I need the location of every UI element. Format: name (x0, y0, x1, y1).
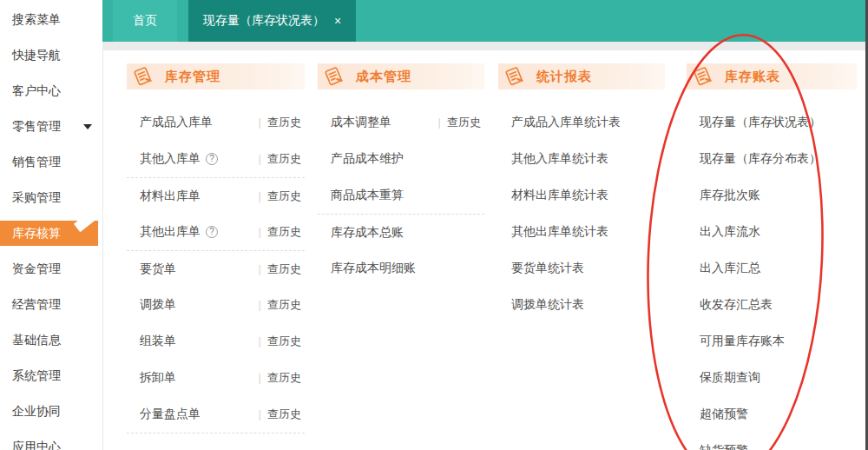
view-history-link[interactable]: |查历史 (259, 370, 301, 386)
sidebar-item[interactable]: 应用中心 (0, 429, 102, 450)
sidebar-item-label: 搜索菜单 (12, 12, 61, 28)
menu-item-label: 保质期查询 (700, 370, 760, 386)
menu-item[interactable]: 现存量（库存状况表） (687, 104, 857, 141)
tab-home[interactable]: 首页 (113, 0, 177, 42)
sidebar-item-label: 快捷导航 (12, 48, 61, 63)
sidebar-item-label: 资金管理 (12, 261, 61, 277)
menu-item[interactable]: 缺货预警 (687, 433, 857, 450)
view-history-link[interactable]: |查历史 (259, 115, 301, 130)
section-header: 成本管理 (318, 63, 484, 89)
menu-item[interactable]: 其他入库单统计表 (498, 141, 665, 177)
sidebar-item[interactable]: 企业协同 (0, 394, 102, 429)
menu-item-label: 拆卸单 (140, 370, 176, 386)
sidebar-item[interactable]: 客户中心 (0, 73, 102, 109)
sidebar-item[interactable]: 零售管理 (0, 109, 102, 144)
menu-item[interactable]: 保质期查询 (687, 360, 857, 396)
section-header: 库存账表 (687, 63, 857, 89)
sidebar-item[interactable]: 快捷导航 (0, 37, 102, 73)
menu-item[interactable]: 分量盘点单|查历史 (127, 396, 305, 433)
menu-item-list: 现存量（库存状况表）现存量（库存分布表）库存批次账出入库流水出入库汇总收发存汇总… (687, 104, 857, 450)
divider-bar: | (259, 407, 261, 420)
menu-item[interactable]: 产品成本维护 (318, 141, 484, 177)
divider-bar: | (259, 152, 261, 165)
chevron-down-icon (83, 124, 92, 129)
inventory-ledger-icon (691, 65, 713, 88)
menu-item-label: 缺货预警 (700, 443, 748, 450)
cost-management-icon (322, 65, 345, 88)
sidebar-item[interactable]: 采购管理 (0, 180, 102, 215)
view-history-link[interactable]: |查历史 (259, 224, 301, 240)
menu-item[interactable]: 成本调整单|查历史 (318, 104, 484, 141)
menu-item[interactable]: 库存成本总账 (318, 214, 484, 250)
menu-item[interactable]: 库存批次账 (687, 177, 857, 214)
sidebar-item-label: 系统管理 (12, 368, 61, 384)
sidebar-item[interactable]: 基础信息 (0, 322, 102, 358)
menu-section: 统计报表产成品入库单统计表其他入库单统计表材料出库单统计表其他出库单统计表要货单… (498, 50, 665, 450)
tab-current-inventory[interactable]: 现存量（库存状况表） × (188, 0, 356, 42)
menu-item[interactable]: 拆卸单|查历史 (127, 360, 305, 396)
view-history-link[interactable]: |查历史 (438, 115, 481, 130)
menu-item[interactable]: 调拨单|查历史 (127, 287, 305, 323)
menu-item[interactable]: 要货单|查历史 (127, 250, 305, 287)
menu-item[interactable]: 其他出库单?|查历史 (127, 214, 305, 250)
menu-item-label: 超储预警 (700, 407, 748, 422)
menu-item[interactable]: 库存成本明细账 (318, 250, 484, 287)
menu-item-label: 分量盘点单 (140, 407, 201, 422)
tab-bar: 首页 现存量（库存状况表） × (102, 0, 865, 42)
menu-item[interactable]: 组装单|查历史 (127, 323, 305, 360)
divider-bar: | (259, 116, 261, 129)
tab-home-label: 首页 (133, 13, 157, 29)
menu-item-label: 可用量库存账本 (700, 334, 785, 349)
view-history-link[interactable]: |查历史 (259, 261, 301, 277)
sidebar-nav: 搜索菜单快捷导航客户中心零售管理销售管理采购管理库存核算资金管理经营管理基础信息… (0, 0, 102, 450)
section-title: 库存账表 (725, 69, 780, 85)
sidebar-item[interactable]: 库存核算 (0, 215, 102, 251)
menu-item[interactable]: 材料出库单|查历史 (127, 177, 305, 214)
view-history-link[interactable]: |查历史 (259, 151, 301, 167)
view-history-link[interactable]: |查历史 (259, 297, 301, 313)
menu-item[interactable]: 其他入库单?|查历史 (127, 141, 305, 177)
menu-item[interactable]: 要货单统计表 (498, 250, 665, 287)
section-title: 统计报表 (536, 69, 592, 85)
sidebar-item[interactable]: 系统管理 (0, 358, 102, 394)
menu-item[interactable]: 其他出库单统计表 (498, 214, 665, 250)
menu-item[interactable]: 收发存汇总表 (687, 287, 857, 323)
menu-item-label: 要货单 (140, 261, 176, 277)
sidebar-item[interactable]: 资金管理 (0, 251, 102, 287)
section-title: 成本管理 (356, 69, 411, 85)
help-icon[interactable]: ? (206, 153, 218, 165)
menu-item[interactable]: 可用量库存账本 (687, 323, 857, 360)
sidebar-item[interactable]: 搜索菜单 (0, 2, 102, 37)
menu-item[interactable]: 商品成本重算 (318, 177, 484, 214)
divider-bar: | (259, 262, 261, 275)
menu-item-label: 产成品入库单统计表 (511, 115, 621, 130)
menu-item-label: 材料出库单统计表 (511, 188, 608, 203)
menu-item-label: 要货单统计表 (511, 261, 584, 276)
tab-close-icon[interactable]: × (334, 15, 341, 27)
menu-item-label: 现存量（库存分布表） (700, 151, 821, 167)
help-icon[interactable]: ? (206, 226, 218, 238)
view-history-link[interactable]: |查历史 (259, 334, 301, 349)
menu-item-label: 库存批次账 (700, 188, 760, 203)
menu-item-label: 调拨单 (140, 297, 176, 313)
section-header: 统计报表 (498, 63, 665, 89)
menu-item[interactable]: 产成品入库单统计表 (498, 104, 665, 141)
menu-item-label: 材料出库单 (140, 189, 201, 204)
menu-item[interactable]: 现存量（库存分布表） (687, 141, 857, 177)
sidebar-item[interactable]: 经营管理 (0, 287, 102, 322)
menu-section: 成本管理成本调整单|查历史产品成本维护商品成本重算库存成本总账库存成本明细账 (318, 50, 484, 450)
view-history-link[interactable]: |查历史 (259, 189, 301, 204)
menu-item[interactable]: 超储预警 (687, 396, 857, 433)
menu-item[interactable]: 出入库流水 (687, 214, 857, 250)
menu-item[interactable]: 产成品入库单|查历史 (127, 104, 305, 141)
sidebar-item[interactable]: 销售管理 (0, 144, 102, 180)
section-title: 库存管理 (165, 69, 220, 85)
menu-item-label: 产成品入库单 (140, 115, 213, 130)
menu-item-list: 成本调整单|查历史产品成本维护商品成本重算库存成本总账库存成本明细账 (318, 104, 484, 287)
menu-item[interactable]: 出入库汇总 (687, 250, 857, 287)
sidebar-item-label: 应用中心 (12, 440, 61, 450)
divider-bar: | (259, 189, 261, 202)
menu-item[interactable]: 调拨单统计表 (498, 287, 665, 323)
view-history-link[interactable]: |查历史 (259, 407, 301, 422)
menu-item[interactable]: 材料出库单统计表 (498, 177, 665, 214)
